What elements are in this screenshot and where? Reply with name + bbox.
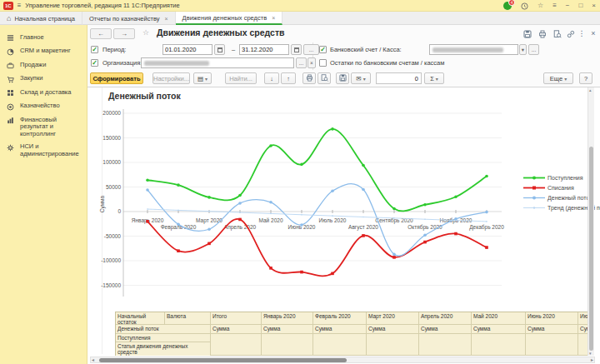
- table-sum-cell[interactable]: Сумма: [526, 325, 578, 334]
- collapse-groups-button[interactable]: ↓: [264, 72, 279, 84]
- scroll-up-icon[interactable]: ▴: [589, 87, 592, 92]
- close-window-button[interactable]: ×: [592, 2, 596, 10]
- service-menu-icon[interactable]: ≡: [552, 2, 557, 10]
- organization-clear-button[interactable]: ×: [308, 57, 316, 68]
- table-empty-cell[interactable]: [211, 334, 262, 356]
- organization-label: Организация:: [102, 59, 142, 67]
- main-menu-icon[interactable]: ≡: [18, 2, 22, 10]
- sidebar-item-warehouse[interactable]: Склад и доставка: [0, 86, 87, 100]
- table-empty-cell[interactable]: [313, 334, 367, 356]
- table-empty-cell[interactable]: [526, 334, 578, 356]
- table-sum-cell[interactable]: Сумма: [419, 325, 472, 334]
- table-sum-cell[interactable]: Сумма: [211, 325, 262, 334]
- generate-button[interactable]: Сформировать: [90, 72, 143, 84]
- more-button[interactable]: Еще▾: [543, 72, 573, 84]
- sidebar-item-sales[interactable]: Продажи: [0, 58, 87, 72]
- period-checkbox[interactable]: ✓: [91, 46, 98, 53]
- close-tab-icon[interactable]: ×: [272, 15, 275, 21]
- table-row-cash-flow-item[interactable]: Статья движения денежных средств: [116, 342, 211, 356]
- organization-ellipsis-button[interactable]: ...: [296, 57, 307, 68]
- scroll-right-icon[interactable]: ▸: [591, 357, 593, 363]
- table-header-opening-balance[interactable]: Начальный остаток: [116, 312, 165, 325]
- organization-field[interactable]: [141, 57, 294, 68]
- forward-button[interactable]: →: [113, 28, 135, 39]
- link-icon[interactable]: [566, 29, 576, 39]
- calendar-icon[interactable]: [214, 44, 225, 55]
- tab-home[interactable]: ⌂ Начальная страница: [0, 12, 82, 25]
- expand-groups-button[interactable]: ↑: [281, 72, 296, 84]
- table-column-header[interactable]: Итого: [211, 312, 262, 325]
- horizontal-scroll-thumb[interactable]: [99, 358, 347, 362]
- table-row-receipts[interactable]: Поступления: [116, 334, 211, 342]
- close-report-icon[interactable]: ×: [588, 29, 598, 39]
- print-icon[interactable]: [538, 29, 548, 39]
- scroll-left-icon[interactable]: ◂: [92, 357, 94, 363]
- sidebar-item-crm[interactable]: CRM и маркетинг: [0, 45, 87, 59]
- table-sum-cell[interactable]: Сумма: [367, 325, 419, 334]
- balances-checkbox[interactable]: [319, 59, 327, 67]
- chevron-down-icon: ▾: [436, 77, 438, 82]
- print-preview-button[interactable]: [318, 72, 331, 84]
- horizontal-scrollbar[interactable]: ◂ ▸: [90, 357, 595, 363]
- send-email-button[interactable]: ✉▾: [351, 72, 371, 84]
- table-column-header[interactable]: Январь 2020: [262, 312, 313, 325]
- table-column-header[interactable]: Март 2020: [367, 312, 419, 325]
- table-column-header[interactable]: Май 2020: [472, 312, 526, 325]
- preview-icon[interactable]: [552, 29, 562, 39]
- table-sum-cell[interactable]: Сумма: [472, 325, 526, 334]
- table-row-cash-flow[interactable]: Денежный поток: [116, 325, 211, 334]
- period-to-input[interactable]: [239, 44, 289, 55]
- bank-account-checkbox[interactable]: ✓: [319, 46, 327, 53]
- history-icon[interactable]: [521, 2, 528, 10]
- period-from-input[interactable]: [162, 44, 212, 55]
- table-empty-cell[interactable]: [419, 334, 472, 356]
- sidebar-item-finance[interactable]: Финансовый результат и контроллинг: [0, 113, 87, 141]
- table-sum-cell[interactable]: Сумма: [262, 325, 313, 334]
- tab-cash-flow[interactable]: Движения денежных средств ×: [176, 12, 283, 25]
- settings-button[interactable]: Настройки...: [152, 72, 190, 84]
- minimize-button[interactable]: −: [566, 2, 570, 10]
- table-header-currency[interactable]: Валюта: [165, 312, 211, 325]
- vertical-scrollbar[interactable]: ▴ ▾: [588, 87, 594, 356]
- back-button[interactable]: ←: [90, 28, 112, 39]
- period-ellipsis-button[interactable]: ...: [303, 44, 319, 55]
- help-button[interactable]: ?: [579, 72, 592, 84]
- table-column-header[interactable]: Апрель 2020: [419, 312, 472, 325]
- favorite-star-icon[interactable]: ☆: [142, 28, 149, 37]
- table-sum-cell[interactable]: Сумма: [313, 325, 367, 334]
- bank-ellipsis-button[interactable]: ...: [528, 44, 539, 55]
- save-icon[interactable]: [522, 29, 532, 39]
- table-column-header[interactable]: Февраль 2020: [313, 312, 367, 325]
- table-empty-cell[interactable]: [367, 334, 419, 356]
- svg-text:-150000: -150000: [101, 282, 121, 288]
- favorites-star-icon[interactable]: ☆: [538, 2, 543, 10]
- sum-field[interactable]: [376, 72, 422, 84]
- print-button[interactable]: [302, 72, 316, 84]
- svg-text:100000: 100000: [102, 159, 121, 165]
- save-file-button[interactable]: [336, 72, 349, 84]
- table-empty-cell[interactable]: [262, 334, 313, 356]
- bank-dropdown-button[interactable]: ▾: [519, 44, 527, 55]
- find-button[interactable]: Найти...: [225, 72, 257, 84]
- sidebar-item-main[interactable]: Главное: [0, 31, 87, 45]
- table-corner: Начальный остаток Валюта Денежный поток …: [116, 312, 211, 356]
- sidebar-item-admin[interactable]: НСИ и администрирование: [0, 141, 87, 161]
- more-dots-icon[interactable]: ⋮: [577, 29, 587, 39]
- report-variants-button[interactable]: ▤▾: [193, 72, 212, 84]
- table-empty-cell[interactable]: [472, 334, 526, 356]
- calendar-icon[interactable]: [291, 44, 302, 55]
- sidebar-item-purchases[interactable]: Закупки: [0, 72, 87, 87]
- close-tab-icon[interactable]: ×: [164, 16, 168, 22]
- organization-checkbox[interactable]: ✓: [91, 59, 98, 67]
- bank-account-field[interactable]: [429, 44, 518, 55]
- titlebar: 1С ≡ Управление торговлей, редакция 11 1…: [0, 0, 600, 12]
- autosum-button[interactable]: Σ▾: [424, 72, 444, 84]
- maximize-button[interactable]: □: [578, 2, 582, 10]
- scroll-down-icon[interactable]: ▾: [589, 351, 592, 356]
- table-column: Март 2020Сумма: [367, 312, 419, 356]
- vertical-scroll-thumb[interactable]: [589, 147, 593, 351]
- table-column-header[interactable]: Июнь 2020: [526, 312, 578, 325]
- discussions-icon[interactable]: 4: [503, 2, 512, 10]
- tab-treasury-reports[interactable]: Отчеты по казначейству ×: [82, 12, 176, 25]
- sidebar-item-treasury[interactable]: Казначейство: [0, 100, 87, 114]
